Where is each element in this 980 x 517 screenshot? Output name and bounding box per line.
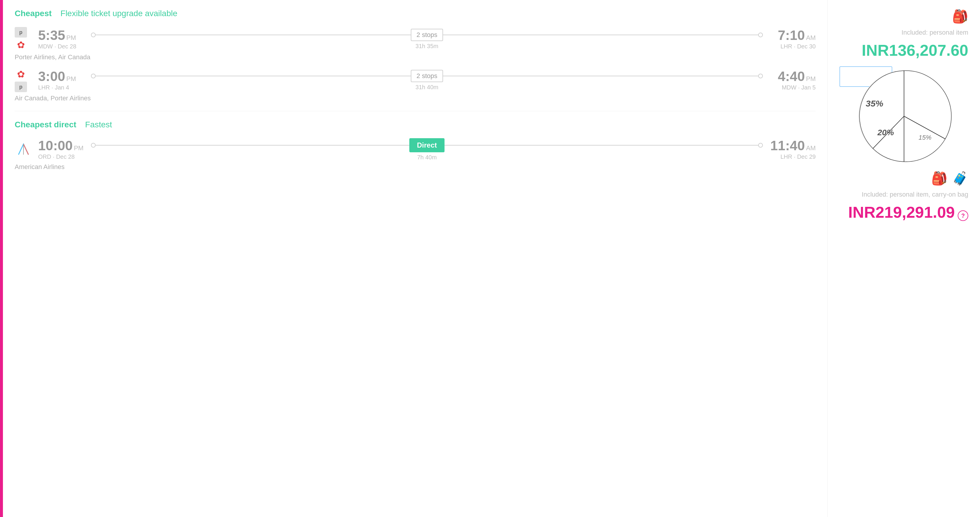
bag-icon-area-bottom: 🎒 🧳: [931, 171, 968, 186]
right-panel: 🎒 Included: personal item INR136,207.60: [827, 0, 980, 517]
price-1: INR136,207.60: [862, 41, 968, 59]
flight1-path-line: 2 stops: [91, 29, 763, 41]
flight3-depart-time: 10:00PM: [38, 139, 85, 152]
price-2: INR219,291.09: [848, 203, 955, 221]
pct-20: 20%: [878, 128, 894, 137]
pie-chart-svg: [854, 66, 954, 166]
flight2-depart-time: 3:00PM: [38, 70, 85, 83]
flight2-duration: 31h 40m: [415, 84, 438, 91]
flight3-logos: [15, 141, 38, 158]
pct-15: 15%: [919, 134, 932, 142]
aircanada-logo: ✿: [15, 39, 27, 51]
cheapest-direct-label[interactable]: Cheapest direct: [15, 120, 76, 129]
help-icon[interactable]: ?: [958, 210, 968, 221]
flight2-logos: ✿ p: [15, 68, 38, 92]
flight2-arrive: 4:40PM MDW · Jan 5: [769, 70, 816, 91]
path2-dot-right: [758, 74, 763, 78]
flight2-stops[interactable]: 2 stops: [411, 70, 443, 82]
porter-logo: p: [15, 27, 27, 38]
path3-seg-1: [95, 145, 409, 146]
section1-header: Cheapest Flexible ticket upgrade availab…: [15, 9, 816, 18]
flight1-stops[interactable]: 2 stops: [411, 29, 443, 41]
flight1-arrive-airport: LHR · Dec 30: [769, 43, 816, 50]
accent-bar: [0, 0, 3, 517]
flight2-arrive-airport: MDW · Jan 5: [769, 84, 816, 91]
flight3-arrive-airport: LHR · Dec 29: [769, 153, 816, 160]
flexible-label[interactable]: Flexible ticket upgrade available: [60, 9, 177, 18]
flight1-path: 2 stops 31h 35m: [85, 29, 769, 49]
flight2-path-line: 2 stops: [91, 70, 763, 82]
porter-logo2: p: [15, 81, 27, 92]
flight1-depart-airport: MDW · Dec 28: [38, 43, 85, 50]
included-text-2: Included: personal item, carry-on bag: [862, 191, 968, 198]
bag-icon-area-top: 🎒: [952, 9, 968, 24]
fastest-label[interactable]: Fastest: [85, 120, 112, 129]
flight3-depart-airport: ORD · Dec 28: [38, 153, 85, 160]
flight2-airlines: Air Canada, Porter Airlines: [15, 94, 816, 102]
path-dot-left: [91, 33, 95, 37]
path2-seg-1: [95, 76, 411, 76]
flight1-duration: 31h 35m: [415, 43, 438, 49]
included-text-1: Included: personal item: [902, 29, 968, 37]
pie-chart: 35% 20% 15%: [854, 66, 954, 166]
flight2-depart: 3:00PM LHR · Jan 4: [38, 70, 85, 91]
path-seg-2: [443, 35, 758, 35]
flight3-card: 10:00PM ORD · Dec 28 Direct 7h: [15, 138, 816, 171]
chart-container: 35% 20% 15%: [840, 66, 968, 166]
cheapest-label[interactable]: Cheapest: [15, 9, 52, 18]
flight3-path: Direct 7h 40m: [85, 138, 769, 161]
flight1-airlines: Porter Airlines, Air Canada: [15, 53, 816, 61]
main-content: Cheapest Flexible ticket upgrade availab…: [3, 0, 827, 517]
pct-35: 35%: [866, 99, 883, 108]
flight3-depart: 10:00PM ORD · Dec 28: [38, 139, 85, 160]
flight3-path-line: Direct: [91, 138, 763, 152]
flight3-arrive: 11:40AM LHR · Dec 29: [769, 139, 816, 160]
path3-seg-2: [444, 145, 758, 146]
personal-bag-icon: 🎒: [931, 171, 947, 186]
flight3-airlines: American Airlines: [15, 163, 816, 171]
path3-dot-left: [91, 143, 95, 148]
aa-logo: [15, 141, 32, 158]
path-seg-1: [95, 35, 411, 35]
flight2-arrive-time: 4:40PM: [769, 70, 816, 83]
flight1-arrive: 7:10AM LHR · Dec 30: [769, 29, 816, 50]
maple-leaf-icon2: ✿: [17, 68, 25, 80]
aa-icon: [16, 142, 32, 157]
flight1-arrive-time: 7:10AM: [769, 29, 816, 42]
aircanada-logo2: ✿: [15, 68, 27, 80]
flight1-depart-time: 5:35PM: [38, 29, 85, 42]
flight3-arrive-time: 11:40AM: [769, 139, 816, 152]
path2-seg-2: [443, 76, 758, 76]
flight3-stops[interactable]: Direct: [409, 138, 444, 152]
maple-leaf-icon: ✿: [17, 39, 25, 51]
path2-dot-left: [91, 74, 95, 78]
flight2-row: ✿ p 3:00PM LHR · Jan 4: [15, 68, 816, 92]
flight1-depart: 5:35PM MDW · Dec 28: [38, 29, 85, 50]
flight1-logos: p ✿: [15, 27, 38, 51]
carryon-icon: 🧳: [952, 171, 968, 186]
flight1-row: p ✿ 5:35PM MDW · Dec 28: [15, 27, 816, 51]
price-2-row: INR219,291.09 ?: [848, 203, 968, 228]
path3-dot-right: [758, 143, 763, 148]
flight2-depart-airport: LHR · Jan 4: [38, 84, 85, 91]
path-dot-right: [758, 33, 763, 37]
flight3-row: 10:00PM ORD · Dec 28 Direct 7h: [15, 138, 816, 161]
section2-header: Cheapest direct Fastest: [15, 120, 816, 129]
flight2-path: 2 stops 31h 40m: [85, 70, 769, 91]
flight3-duration: 7h 40m: [417, 154, 437, 161]
backpack-icon: 🎒: [952, 9, 968, 24]
flight2-card: ✿ p 3:00PM LHR · Jan 4: [15, 68, 816, 102]
page-container: Cheapest Flexible ticket upgrade availab…: [0, 0, 980, 517]
flight1-card: p ✿ 5:35PM MDW · Dec 28: [15, 27, 816, 61]
